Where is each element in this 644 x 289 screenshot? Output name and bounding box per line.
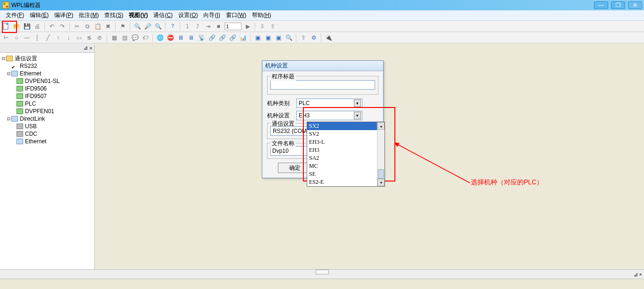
comm-combo[interactable]: RS232 (COM3 [270,126,310,136]
scroll-down-icon[interactable]: ▾ [377,179,385,186]
dropdown-option[interactable]: SX2 [307,122,385,130]
copy-icon[interactable]: ⧉ [83,22,92,31]
menu-view[interactable]: 视图(V) [126,10,151,20]
ladder-line-icon[interactable]: — [23,33,31,42]
dropdown-option[interactable]: SE [307,170,385,178]
tree-rs232[interactable]: RS232 [1,62,93,70]
connect-icon[interactable]: 🔌 [324,33,333,42]
tree-root[interactable]: ⊟通信设置 [1,55,93,62]
menu-file[interactable]: 文件(F) [3,10,27,20]
ladder-falling-icon[interactable]: ↓ [64,33,73,42]
tree-ethernet2[interactable]: Ethernet [1,138,93,145]
menu-comm[interactable]: 通信(C) [151,10,176,20]
dropdown-option[interactable]: MC [307,162,385,170]
dropdown-scrollbar[interactable]: ▴ ▾ [377,122,385,186]
flag-icon[interactable]: ⚑ [118,22,127,31]
zoom-icon[interactable]: 🔍 [133,22,142,31]
label-icon[interactable]: 🏷 [141,33,150,42]
step-value-input[interactable] [225,23,242,30]
step-into-icon[interactable]: ⤵ [183,22,192,31]
chevron-down-icon[interactable]: ▾ [354,112,361,119]
close-button[interactable]: ✕ [628,1,642,9]
tree-ifd9507[interactable]: IFD9507 [1,92,93,100]
ladder-func-icon[interactable]: ▭ [75,33,83,42]
stop-icon[interactable]: ■ [214,22,223,31]
tree-directlink[interactable]: ⊟DirectLink [1,115,93,123]
tree-plc[interactable]: PLC [1,100,93,107]
scroll-thumb[interactable] [378,169,384,179]
link1-icon[interactable]: 🔗 [208,33,216,42]
help-icon[interactable]: ？ [168,22,177,31]
monitor2-icon[interactable]: 🖥 [187,33,195,42]
zoom-in-icon[interactable]: 🔎 [143,22,152,31]
menu-setup[interactable]: 设置(O) [176,10,201,20]
right-pin-icon[interactable]: ⊿ × [634,272,642,278]
menu-compile[interactable]: 编译(P) [51,10,76,20]
minimize-button[interactable]: — [594,1,608,9]
tree-ifd9506[interactable]: IFD9506 [1,85,93,92]
dropdown-option[interactable]: ES2-E [307,178,385,186]
scroll-up-icon[interactable]: ▴ [377,122,385,130]
tree-cdc[interactable]: CDC [1,130,93,138]
maximize-button[interactable]: ❐ [611,1,625,9]
link2-icon[interactable]: 🔗 [218,33,226,42]
step-over-icon[interactable]: ⤴ [193,22,202,31]
save-icon[interactable]: 💾 [23,22,31,31]
monitor1-icon[interactable]: 🖥 [176,33,185,42]
bottom-tab[interactable] [316,270,329,274]
menu-comment[interactable]: 批注(M) [76,10,101,20]
filename-input[interactable] [270,146,310,156]
comm-tree[interactable]: ⊟通信设置 RS232 ⊟Ethernet DVPEN01-SL IFD9506… [0,53,94,269]
machine-combo[interactable]: EH3 ▾ [296,111,362,120]
delete-icon[interactable]: ✖ [104,22,112,31]
tree-dvpen01sl[interactable]: DVPEN01-SL [1,77,93,85]
ladder-vert-icon[interactable]: │ [33,33,42,42]
ladder-not-icon[interactable]: ╱ [43,33,52,42]
menu-edit[interactable]: 编辑(E) [27,10,51,20]
grid-icon[interactable]: ▦ [110,33,118,42]
sidebar-pin-icon[interactable]: ⊿ [83,45,89,51]
new-file-button[interactable] [2,22,10,31]
stop-sign-icon[interactable]: ⛔ [166,33,175,42]
ladder-rising-icon[interactable]: ↑ [54,33,62,42]
ladder-contact-icon[interactable]: ⊢ [2,33,10,42]
ladder-inv-icon[interactable]: ⊘ [95,33,104,42]
undo-icon[interactable]: ↶ [48,22,56,31]
zoom-out-icon[interactable]: 🔍 [154,22,162,31]
chevron-down-icon[interactable]: ▾ [354,99,361,107]
ladder-compare-icon[interactable]: ≶ [85,33,93,42]
step-out-icon[interactable]: ⇥ [204,22,212,31]
tree-dvpfen01[interactable]: DVPFEN01 [1,107,93,115]
table-icon[interactable]: ▤ [120,33,129,42]
device3-icon[interactable]: ▣ [274,33,283,42]
menu-window[interactable]: 窗口(W) [223,10,249,20]
plc-read-icon[interactable]: ⇧ [268,22,277,31]
redo-icon[interactable]: ↷ [58,22,67,31]
link3-icon[interactable]: 🔗 [228,33,237,42]
ladder-coil-icon[interactable]: ○ [12,33,21,42]
plc-write-icon[interactable]: ⇩ [258,22,267,31]
print-icon[interactable]: 🖨 [33,22,42,31]
search2-icon[interactable]: 🔍 [284,33,293,42]
dropdown-option[interactable]: EH3-L [307,138,385,146]
program-title-input[interactable] [270,80,375,90]
open-icon[interactable]: 📂 [12,22,21,31]
device2-icon[interactable]: ▣ [264,33,272,42]
settings-icon[interactable]: ⚙ [309,33,318,42]
dropdown-option[interactable]: SV2 [307,130,385,138]
sidebar-close-icon[interactable]: × [89,45,93,51]
paste-icon[interactable]: 📋 [93,22,102,31]
menu-help[interactable]: 帮助(H) [249,10,274,20]
tree-usb[interactable]: USB [1,123,93,130]
category-combo[interactable]: PLC ▾ [296,99,362,108]
menu-wizard[interactable]: 向导(I) [201,10,223,20]
antenna-icon[interactable]: 📡 [197,33,206,42]
menu-search[interactable]: 查找(S) [101,10,126,20]
tree-ethernet[interactable]: ⊟Ethernet [1,70,93,77]
dropdown-option[interactable]: SA2 [307,154,385,162]
dialog-title-bar[interactable]: 机种设置 [262,61,383,71]
chart-icon[interactable]: 📊 [239,33,247,42]
comment-icon[interactable]: 💬 [131,33,139,42]
upload-icon[interactable]: ⇧ [299,33,308,42]
device1-icon[interactable]: ▣ [253,33,262,42]
